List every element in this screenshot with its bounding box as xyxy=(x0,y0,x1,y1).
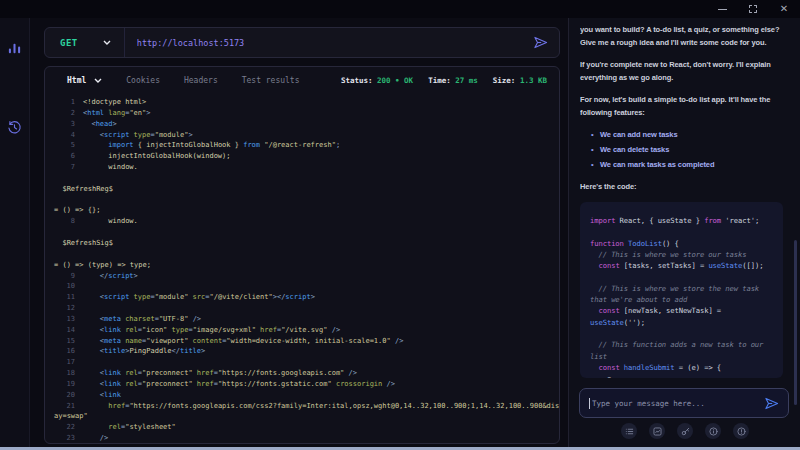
response-body-code: 1<!doctype html>2<html lang="en">3 <head… xyxy=(45,93,559,444)
code-token: meta xyxy=(104,336,121,347)
tab-label: Test results xyxy=(242,76,300,85)
code-token xyxy=(83,325,100,336)
chat-message-input[interactable] xyxy=(592,399,760,408)
chat-toolbar xyxy=(569,423,800,439)
code-token: useState xyxy=(590,318,624,327)
chat-paragraph: If you're complete new to React, don't w… xyxy=(580,58,783,84)
tab-cookies[interactable]: Cookies xyxy=(126,76,160,85)
chat-code-line: const [newTask, setNewTask] = xyxy=(590,305,773,316)
stats-icon[interactable] xyxy=(7,40,23,56)
activity-icon[interactable] xyxy=(649,423,665,439)
list-icon[interactable] xyxy=(621,423,637,439)
code-line: 10 xyxy=(51,281,559,292)
send-request-button[interactable] xyxy=(533,36,548,49)
code-line: 16 <title>PingPaddle</title> xyxy=(51,346,559,357)
chat-code-line: e. xyxy=(590,373,773,378)
code-token xyxy=(83,401,108,412)
code-token: "https://fonts.googleapis.com" xyxy=(218,368,344,379)
history-icon[interactable] xyxy=(7,120,23,136)
tab-label: Html xyxy=(67,76,86,85)
close-button[interactable]: ✕ xyxy=(778,3,790,15)
code-line: 13 <meta charset="UTF-8" /> xyxy=(51,314,559,325)
line-number: 12 xyxy=(51,303,75,314)
code-token: src xyxy=(193,292,206,303)
code-token: > xyxy=(134,271,138,282)
code-token: "UTF-8" xyxy=(159,314,189,325)
chat-code-line xyxy=(590,328,773,339)
code-line: 6 injectIntoGlobalHook(window); xyxy=(51,151,559,162)
left-sidebar xyxy=(0,18,30,447)
code-token: // This is where we store our tasks xyxy=(590,250,746,259)
code-token xyxy=(83,390,100,401)
code-token xyxy=(83,368,100,379)
code-token: script xyxy=(104,292,129,303)
line-number xyxy=(51,227,75,238)
code-line: = () => {}; xyxy=(51,205,559,216)
line-number: 18 xyxy=(51,368,75,379)
meta-label: Time: xyxy=(428,76,455,85)
code-token: script xyxy=(108,271,133,282)
minimize-button[interactable] xyxy=(716,3,728,15)
code-token: link xyxy=(104,379,121,390)
code-token: /> xyxy=(387,379,395,390)
maximize-button[interactable] xyxy=(747,3,759,15)
chat-code-line: useState(''); xyxy=(590,317,773,328)
tab-headers[interactable]: Headers xyxy=(184,76,218,85)
code-token: const xyxy=(598,261,619,270)
chat-code-line: import React, { useState } from 'react'; xyxy=(590,215,773,226)
chat-code-line: that we're about to add xyxy=(590,294,773,305)
code-token: that we're about to add xyxy=(590,295,687,304)
tab-html[interactable]: Html xyxy=(67,76,102,85)
code-token: "stylesheet" xyxy=(125,422,176,433)
code-line: 5 import { injectIntoGlobalHook } from "… xyxy=(51,140,559,151)
info-icon[interactable] xyxy=(705,423,721,439)
tab-label: Headers xyxy=(184,76,218,85)
tab-test-results[interactable]: Test results xyxy=(242,76,300,85)
response-meta: Status: 200 • OKTime: 27 msSize: 1.3 KB xyxy=(341,76,547,85)
feature-list-item: We can mark tasks as completed xyxy=(600,158,783,171)
code-line: 9 </script> xyxy=(51,271,559,282)
key-icon[interactable] xyxy=(677,423,693,439)
code-line: $RefreshSig$ xyxy=(51,238,559,249)
code-line: $RefreshReg$ xyxy=(51,184,559,195)
code-line: 14 <link rel="icon" type="image/svg+xml"… xyxy=(51,325,559,336)
code-token: charset xyxy=(125,314,155,325)
chat-scrollbar[interactable] xyxy=(794,240,797,405)
code-token: link xyxy=(104,325,121,336)
code-token xyxy=(83,379,100,390)
code-token: href xyxy=(260,325,277,336)
code-line: 17 xyxy=(51,357,559,368)
line-number: 15 xyxy=(51,336,75,347)
line-number: 19 xyxy=(51,379,75,390)
response-panel: HtmlCookiesHeadersTest results Status: 2… xyxy=(44,66,560,444)
code-token: href xyxy=(197,368,214,379)
code-token: meta xyxy=(104,314,121,325)
line-number: 17 xyxy=(51,357,75,368)
code-line: 12 xyxy=(51,303,559,314)
code-token: ; xyxy=(336,140,340,151)
code-token: from xyxy=(704,216,721,225)
code-token: type xyxy=(134,130,151,141)
chat-input-bar xyxy=(579,388,789,418)
code-token: window. xyxy=(83,216,138,227)
method-dropdown[interactable]: GET xyxy=(45,28,124,57)
code-token: script xyxy=(285,292,310,303)
code-token: handleSubmit xyxy=(624,363,675,372)
code-token: 'react' xyxy=(725,216,755,225)
code-token: "preconnect" xyxy=(142,379,193,390)
code-token: "/@vite/client" xyxy=(209,292,272,303)
alert-icon[interactable] xyxy=(733,423,749,439)
code-token xyxy=(83,130,100,141)
code-token xyxy=(83,271,100,282)
send-message-button[interactable] xyxy=(764,397,779,410)
meta-item: Time: 27 ms xyxy=(428,76,478,85)
code-line: = () => (type) => type; xyxy=(51,260,559,271)
code-token: /> xyxy=(332,325,340,336)
url-input[interactable] xyxy=(125,38,533,48)
chat-messages: you want to build? A to-do list, a quiz,… xyxy=(580,23,783,389)
code-token: /> xyxy=(193,314,201,325)
code-token: function xyxy=(590,239,624,248)
code-token: rel xyxy=(125,379,138,390)
chat-code-line: const [tasks, setTasks] = useState([]); xyxy=(590,260,773,271)
code-line: 20 <link xyxy=(51,390,559,401)
